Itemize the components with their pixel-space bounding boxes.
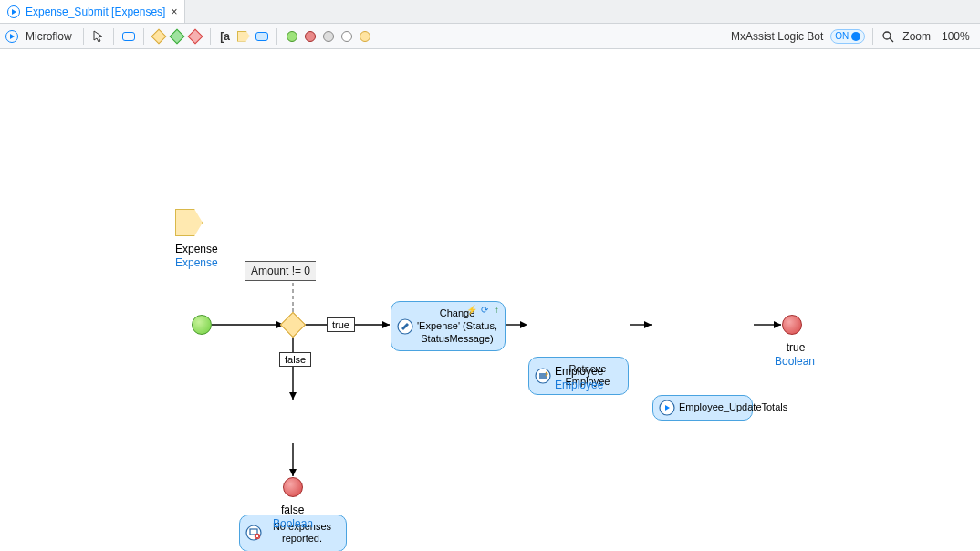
activity-change-object[interactable]: ↑ ⟳ ⚡ Change 'Expense' (Status, StatusMe…	[391, 301, 506, 351]
annotation-icon: [a	[220, 30, 230, 43]
decision-amount[interactable]	[280, 312, 306, 338]
error-event-icon	[360, 31, 370, 42]
end-event-tool[interactable]	[303, 29, 318, 44]
merge-tool[interactable]	[170, 29, 184, 44]
magnifier-icon	[881, 30, 894, 43]
toolbar-separator	[210, 28, 211, 45]
parameter-tool[interactable]	[236, 29, 251, 44]
change-object-icon	[397, 318, 413, 335]
zoom-value[interactable]: 100%	[938, 30, 975, 43]
zoom-fit-button[interactable]	[881, 29, 895, 44]
flow-label-false[interactable]: false	[279, 352, 311, 367]
decision-annotation[interactable]: Amount != 0	[245, 261, 316, 281]
toggle-dot-icon	[851, 32, 860, 41]
end-true-value: true	[782, 341, 809, 354]
commit-icon: ↑	[495, 305, 499, 317]
microflow-canvas[interactable]: Expense Expense Amount != 0 true false ↑…	[0, 49, 980, 551]
microflow-type-icon	[5, 30, 18, 43]
end-event-true[interactable]	[782, 315, 802, 335]
zoom-label: Zoom	[899, 30, 934, 43]
end-event-false[interactable]	[283, 477, 303, 497]
parameter-icon	[237, 31, 250, 42]
annotation-tool[interactable]: [a	[218, 29, 233, 44]
toolbar: Microflow [a MxAssist Logic Bot	[0, 24, 980, 49]
break-event-tool[interactable]	[339, 29, 354, 44]
toolbar-separator	[83, 28, 84, 45]
tab-title: Expense_Submit [Expenses]	[26, 5, 165, 18]
cursor-icon	[92, 30, 105, 43]
retrieve-icon	[535, 368, 551, 384]
loop-icon	[255, 32, 268, 41]
end-true-type: Boolean	[775, 355, 815, 368]
flow-connectors	[0, 49, 980, 551]
parameter-expense[interactable]	[175, 209, 203, 236]
retrieve-output-type: Employee	[555, 379, 603, 391]
loop-tool[interactable]	[255, 29, 269, 44]
close-icon[interactable]: ×	[171, 5, 177, 18]
toolbar-separator	[872, 28, 873, 45]
validation-icon	[245, 525, 262, 541]
annotation-text: Amount != 0	[251, 265, 310, 277]
continue-event-icon	[323, 31, 334, 42]
break-event-icon	[341, 31, 352, 42]
activity-text: Employee_UpdateTotals	[679, 401, 787, 412]
error-decision-tool[interactable]	[188, 29, 203, 44]
merge-icon	[169, 28, 184, 44]
tab-bar: Expense_Submit [Expenses] ×	[0, 0, 980, 24]
svg-line-1	[890, 38, 893, 42]
refresh-icon: ⟳	[481, 305, 488, 317]
mxassist-toggle[interactable]: ON	[830, 29, 865, 44]
end-event-icon	[305, 31, 316, 42]
parameter-type: Expense	[175, 256, 218, 269]
activity-icon	[122, 32, 135, 41]
decision-icon	[151, 28, 166, 44]
error-event-tool[interactable]	[358, 29, 372, 44]
parameter-name: Expense	[175, 243, 218, 255]
flow-label-true[interactable]: true	[327, 317, 355, 332]
end-false-value: false	[281, 504, 304, 516]
start-event-icon	[287, 31, 297, 42]
start-event-tool[interactable]	[285, 29, 299, 44]
error-decision-icon	[187, 28, 203, 44]
microflow-label: Microflow	[22, 30, 76, 43]
pointer-tool[interactable]	[91, 29, 106, 44]
activity-tool[interactable]	[121, 29, 136, 44]
decision-tool[interactable]	[151, 29, 166, 44]
microflow-icon	[7, 5, 20, 18]
retrieve-output-name: Employee	[555, 365, 603, 378]
start-event[interactable]	[192, 315, 212, 335]
toolbar-separator	[113, 28, 114, 45]
toolbar-separator	[143, 28, 144, 45]
document-tab[interactable]: Expense_Submit [Expenses] ×	[0, 0, 185, 23]
mxassist-state: ON	[835, 31, 849, 41]
toolbar-separator	[276, 28, 277, 45]
svg-point-0	[883, 32, 891, 39]
continue-event-tool[interactable]	[321, 29, 336, 44]
end-false-type: Boolean	[273, 517, 313, 530]
parameter-shape-icon	[175, 209, 203, 236]
activity-call-microflow[interactable]: Employee_UpdateTotals	[652, 395, 753, 421]
call-microflow-icon	[659, 400, 675, 416]
mxassist-label: MxAssist Logic Bot	[727, 30, 827, 43]
events-icon: ⚡	[466, 305, 477, 317]
